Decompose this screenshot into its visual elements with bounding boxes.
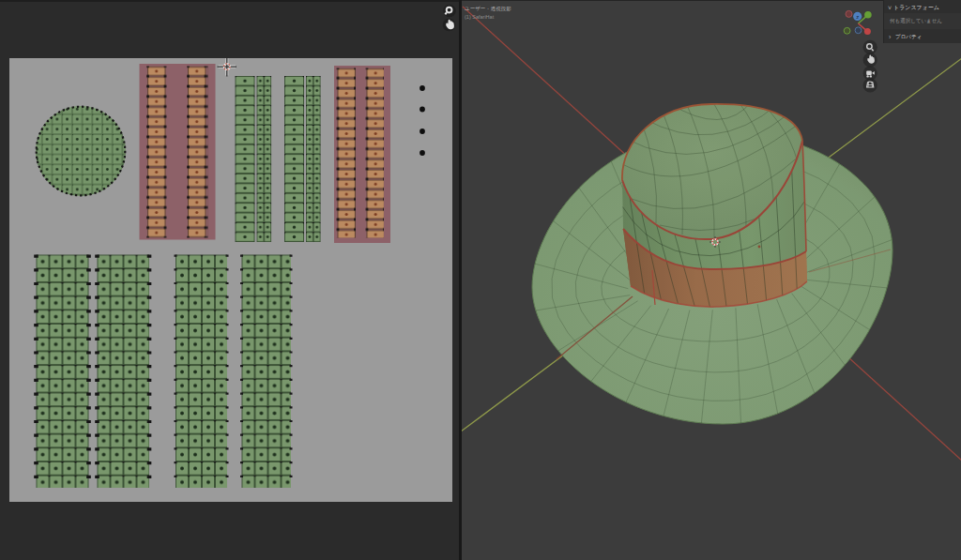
svg-text:z: z (856, 14, 859, 20)
